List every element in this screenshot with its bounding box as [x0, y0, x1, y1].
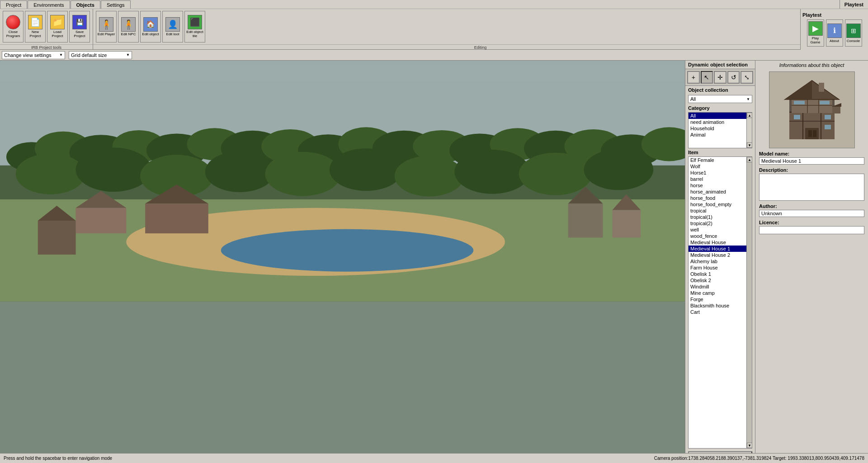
tool-rotate-button[interactable]: ↺: [727, 71, 740, 84]
tab-settings[interactable]: Settings: [101, 0, 131, 9]
item-wolf[interactable]: Wolf: [689, 163, 752, 170]
svg-point-24: [265, 152, 341, 196]
item-horse1[interactable]: Horse1: [689, 170, 752, 176]
item-list[interactable]: Elf Female Wolf Horse1 barrel horse hors…: [688, 156, 752, 449]
svg-rect-60: [820, 101, 830, 104]
edit-object-label: Edit object: [142, 33, 159, 37]
edit-object-button[interactable]: 🏠 Edit object: [140, 11, 161, 43]
svg-rect-35: [145, 204, 208, 234]
load-project-label: LoadProject: [52, 30, 63, 38]
item-horse-food-empty[interactable]: horse_food_empty: [689, 201, 752, 208]
item-tropical2[interactable]: tropical(2): [689, 220, 752, 227]
licence-label: Licence:: [755, 219, 868, 226]
item-scroll-up[interactable]: ▲: [747, 157, 752, 162]
category-scroll-down[interactable]: ▼: [747, 142, 752, 148]
item-wood-fence[interactable]: wood_fence: [689, 233, 752, 239]
item-alchemy-lab[interactable]: Alchemy lab: [689, 258, 752, 265]
edit-npc-button[interactable]: 🧍 Edit NPC: [118, 11, 139, 43]
item-horse-food[interactable]: horse_food: [689, 195, 752, 201]
item-scroll-down[interactable]: ▼: [747, 443, 752, 448]
item-scrollbar: ▲ ▼: [746, 157, 752, 448]
new-project-button[interactable]: 📄 NewProject: [25, 11, 46, 43]
item-tropical1[interactable]: tropical(1): [689, 214, 752, 220]
item-horse[interactable]: horse: [689, 182, 752, 189]
item-farm-house[interactable]: Farm House: [689, 265, 752, 271]
about-label: About: [830, 39, 839, 43]
viewport[interactable]: [0, 61, 685, 462]
category-item-need-animation[interactable]: need animation: [689, 119, 752, 125]
save-project-button[interactable]: 💾 SaveProject: [69, 11, 90, 43]
item-windmill[interactable]: Windmill: [689, 283, 752, 290]
svg-rect-39: [568, 204, 603, 238]
item-tropical[interactable]: tropical: [689, 208, 752, 214]
item-obelisk-1[interactable]: Obelisk 1: [689, 271, 752, 277]
grid-settings-dropdown[interactable]: Grid default size ▼: [69, 51, 132, 59]
playtest-buttons: ▶ PlayGame ℹ About ⊞ Console: [807, 19, 862, 47]
collection-dropdown[interactable]: All ▼: [688, 95, 752, 103]
edit-loot-button[interactable]: 👤 Edit loot: [162, 11, 183, 43]
view-settings-arrow: ▼: [59, 53, 63, 57]
category-item-household[interactable]: Household: [689, 125, 752, 132]
model-name-label: Model name:: [755, 150, 868, 157]
tab-environments[interactable]: Environments: [28, 0, 70, 9]
svg-rect-33: [76, 208, 127, 233]
svg-rect-53: [808, 130, 812, 137]
close-program-icon: [6, 15, 20, 29]
category-scrollbar: ▲ ▼: [746, 113, 752, 148]
load-project-button[interactable]: 📁 LoadProject: [47, 11, 68, 43]
item-obelisk-2[interactable]: Obelisk 2: [689, 277, 752, 283]
model-preview-svg: [776, 76, 848, 144]
item-medieval-house-2[interactable]: Medieval House 2: [689, 252, 752, 258]
close-program-button[interactable]: CloseProgram: [3, 11, 24, 43]
status-right-text: Camera position:1738.284058.2188.390137,…: [654, 456, 864, 461]
category-list[interactable]: All need animation Household Animal ▲ ▼: [688, 112, 752, 148]
edit-loot-icon: 👤: [165, 17, 180, 32]
item-cart[interactable]: Cart: [689, 309, 752, 315]
tab-project[interactable]: Project: [0, 0, 27, 9]
subtitle-bar: Change view settings ▼ Grid default size…: [0, 50, 868, 61]
category-scroll-up[interactable]: ▲: [747, 113, 752, 118]
dynamic-panel: Dynamic object selection + ↖ ✛ ↺ ⤡ Objec…: [685, 61, 755, 462]
item-barrel[interactable]: barrel: [689, 176, 752, 182]
svg-rect-37: [38, 221, 76, 255]
console-button[interactable]: ⊞ Console: [845, 19, 862, 47]
info-panel: Informations about this object: [755, 61, 868, 462]
description-value: [759, 174, 864, 201]
svg-rect-55: [792, 99, 832, 113]
tool-cursor-button[interactable]: ↖: [701, 71, 713, 84]
item-mine-camp[interactable]: Mine camp: [689, 290, 752, 296]
edit-npc-label: Edit NPC: [121, 33, 136, 37]
item-elf-female[interactable]: Elf Female: [689, 157, 752, 163]
irb-tools-section: CloseProgram 📄 NewProject 📁 LoadProject …: [0, 9, 93, 49]
tab-objects[interactable]: Objects: [71, 0, 100, 9]
console-icon: ⊞: [846, 24, 861, 38]
trees-svg: [0, 80, 685, 301]
svg-point-32: [221, 229, 474, 272]
item-forge[interactable]: Forge: [689, 296, 752, 302]
category-item-animal[interactable]: Animal: [689, 132, 752, 138]
top-menu: Project Environments Objects Settings Pl…: [0, 0, 868, 9]
about-button[interactable]: ℹ About: [826, 19, 843, 47]
category-item-all[interactable]: All: [689, 113, 752, 119]
licence-value: [759, 226, 864, 234]
item-medieval-house-1[interactable]: Medieval House 1: [689, 246, 752, 252]
play-game-button[interactable]: ▶ PlayGame: [807, 19, 824, 47]
tool-add-button[interactable]: +: [687, 71, 700, 84]
item-horse-animated[interactable]: horse_animated: [689, 189, 752, 195]
svg-point-29: [584, 150, 654, 190]
item-medieval-house[interactable]: Medieval House: [689, 239, 752, 246]
edit-player-label: Edit Player: [98, 33, 115, 37]
item-blacksmith-house[interactable]: Blacksmith house: [689, 302, 752, 309]
edit-player-button[interactable]: 🧍 Edit Player: [96, 11, 117, 43]
tool-scale-button[interactable]: ⤡: [741, 71, 753, 84]
item-well[interactable]: well: [689, 227, 752, 233]
svg-rect-50: [825, 115, 831, 119]
view-settings-dropdown[interactable]: Change view settings ▼: [2, 51, 65, 59]
tool-move-button[interactable]: ✛: [714, 71, 726, 84]
edit-object-icon: 🏠: [143, 17, 158, 32]
close-program-label: CloseProgram: [6, 30, 20, 38]
dynamic-panel-header: Dynamic object selection: [685, 61, 755, 69]
collection-arrow: ▼: [746, 97, 750, 101]
svg-rect-54: [813, 130, 816, 137]
edit-object-tile-button[interactable]: ⬛ Edit objecttile: [184, 11, 205, 43]
